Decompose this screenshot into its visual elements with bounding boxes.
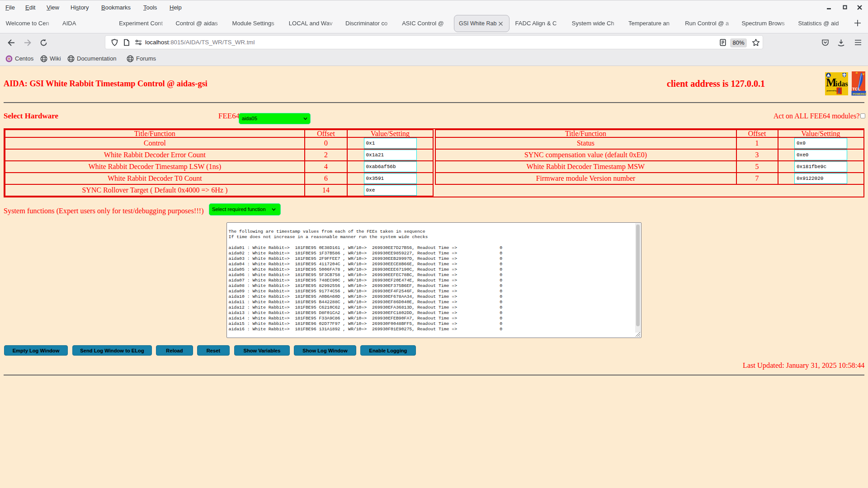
- svg-text:idas: idas: [835, 80, 848, 87]
- svg-text:M: M: [826, 76, 836, 88]
- svg-text:powered by: powered by: [827, 89, 837, 92]
- svg-text:POWERED: POWERED: [853, 92, 867, 95]
- svg-text:TCL: TCL: [837, 93, 840, 94]
- svg-text:TCL: TCL: [852, 86, 861, 91]
